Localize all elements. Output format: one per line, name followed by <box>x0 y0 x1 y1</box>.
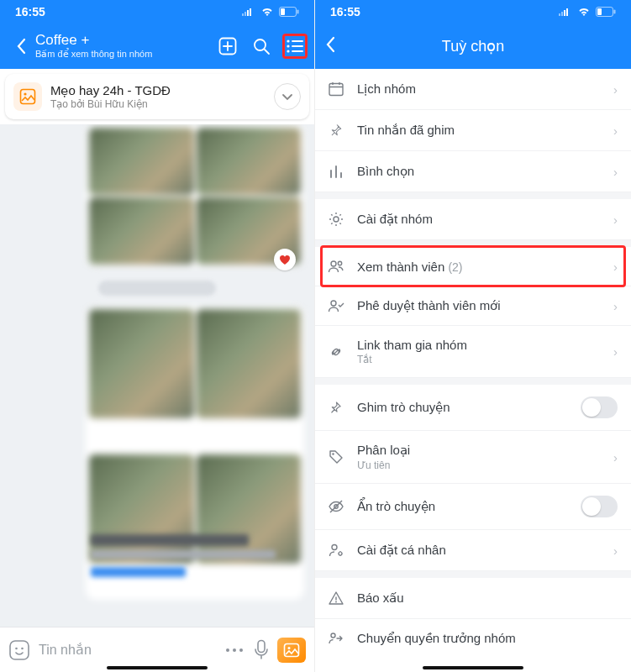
option-report[interactable]: Báo xấu <box>315 578 631 619</box>
option-join-link[interactable]: Link tham gia nhóm Tắt › <box>315 326 631 378</box>
gear-icon <box>327 211 345 228</box>
option-category[interactable]: Phân loại Ưu tiên › <box>315 431 631 484</box>
option-transfer-owner[interactable]: Chuyển quyền trưởng nhóm <box>315 619 631 658</box>
option-label: Tin nhắn đã ghim <box>357 123 602 138</box>
chevron-right-icon: › <box>613 450 618 465</box>
voice-button[interactable] <box>254 639 269 661</box>
svg-point-40 <box>331 633 335 638</box>
svg-point-19 <box>239 648 243 652</box>
option-label: Cài đặt nhóm <box>357 212 602 227</box>
chevron-right-icon: › <box>613 123 618 138</box>
toggle-pin-chat[interactable] <box>581 396 618 418</box>
option-hide-chat[interactable]: Ẩn trò chuyện <box>315 484 631 530</box>
sticker-button[interactable] <box>8 639 30 661</box>
option-label: Chuyển quyền trưởng nhóm <box>357 631 618 646</box>
option-group-settings[interactable]: Cài đặt nhóm › <box>315 199 631 240</box>
svg-point-35 <box>332 453 334 454</box>
svg-rect-26 <box>566 8 568 16</box>
chevron-right-icon: › <box>613 299 618 313</box>
svg-rect-23 <box>559 13 560 16</box>
section-divider <box>315 571 631 578</box>
chat-body[interactable] <box>0 124 314 627</box>
image-icon <box>13 82 42 111</box>
options-title: Tuỳ chọn <box>442 37 504 55</box>
back-button[interactable] <box>10 38 32 55</box>
message-image-grid[interactable] <box>86 124 304 267</box>
search-icon <box>252 37 271 55</box>
svg-point-38 <box>339 552 342 555</box>
svg-point-18 <box>233 648 236 652</box>
pin-icon <box>327 399 345 416</box>
calendar-icon <box>327 81 345 97</box>
options-header: Tuỳ chọn <box>315 24 631 69</box>
home-indicator[interactable] <box>423 666 523 669</box>
options-screen: 16:55 Tuỳ chọn Lịch nhóm › Tin nhắn đã g… <box>315 0 631 672</box>
ellipsis-icon <box>223 647 245 654</box>
svg-point-37 <box>332 545 337 550</box>
chat-header: Coffee + Bấm để xem thông tin nhóm <box>0 24 314 69</box>
wifi-icon <box>577 7 591 17</box>
add-button[interactable] <box>215 34 240 59</box>
pinned-subtitle: Tạo bởi Bùi Hữu Kiện <box>50 98 266 110</box>
poll-icon <box>327 163 345 180</box>
chevron-right-icon: › <box>613 82 618 97</box>
svg-point-9 <box>287 39 289 42</box>
option-personal-settings[interactable]: Cài đặt cá nhân › <box>315 530 631 571</box>
toggle-hide-chat[interactable] <box>581 496 618 517</box>
pinned-text: Mẹo hay 24h - TGDĐ Tạo bởi Bùi Hữu Kiện <box>50 83 266 110</box>
option-calendar[interactable]: Lịch nhóm › <box>315 69 631 110</box>
option-pinned-messages[interactable]: Tin nhắn đã ghim › <box>315 110 631 151</box>
section-divider <box>315 240 631 247</box>
message-input[interactable]: Tin nhắn <box>39 642 215 658</box>
option-label: Ghim trò chuyện <box>357 400 569 415</box>
svg-rect-24 <box>561 12 563 16</box>
list-icon <box>286 39 304 54</box>
back-button[interactable] <box>325 36 335 57</box>
option-pin-chat[interactable]: Ghim trò chuyện <box>315 385 631 431</box>
svg-rect-6 <box>297 10 299 14</box>
home-indicator[interactable] <box>107 666 208 669</box>
tag-icon <box>327 449 345 465</box>
status-time: 16:55 <box>330 5 360 18</box>
option-poll[interactable]: Bình chọn › <box>315 151 631 192</box>
svg-point-33 <box>338 261 341 265</box>
header-actions <box>215 34 308 59</box>
add-square-icon <box>218 37 237 55</box>
svg-point-17 <box>226 648 229 652</box>
svg-rect-12 <box>21 90 35 104</box>
more-button[interactable] <box>223 647 245 654</box>
option-approve-members[interactable]: Phê duyệt thành viên mới › <box>315 286 631 326</box>
chevron-left-icon <box>325 36 335 53</box>
search-button[interactable] <box>249 34 274 59</box>
chevron-right-icon: › <box>613 260 618 274</box>
section-divider <box>315 192 631 199</box>
chevron-right-icon: › <box>613 213 618 227</box>
option-members[interactable]: Xem thành viên (2) › <box>315 247 631 286</box>
options-list[interactable]: Lịch nhóm › Tin nhắn đã ghim › Bình chọn… <box>315 69 631 672</box>
option-label: Ẩn trò chuyện <box>357 499 569 514</box>
svg-rect-30 <box>329 84 343 96</box>
pinned-title: Mẹo hay 24h - TGDĐ <box>50 83 266 98</box>
svg-point-16 <box>21 647 24 649</box>
svg-point-31 <box>334 217 339 222</box>
section-divider <box>315 378 631 385</box>
svg-point-39 <box>335 601 337 603</box>
chat-subtitle: Bấm để xem thông tin nhóm <box>35 49 215 60</box>
mic-icon <box>254 639 269 661</box>
options-button[interactable] <box>282 34 308 59</box>
status-bar: 16:55 <box>0 0 314 24</box>
gallery-button[interactable] <box>277 638 306 663</box>
message-caption[interactable] <box>91 534 301 577</box>
option-label: Cài đặt cá nhân <box>357 543 602 558</box>
option-label: Phê duyệt thành viên mới <box>357 298 602 313</box>
chat-title-block[interactable]: Coffee + Bấm để xem thông tin nhóm <box>32 33 215 60</box>
warning-icon <box>327 590 345 606</box>
pinned-card[interactable]: Mẹo hay 24h - TGDĐ Tạo bởi Bùi Hữu Kiện <box>5 74 309 119</box>
expand-button[interactable] <box>274 83 301 110</box>
reaction-heart[interactable] <box>274 249 296 270</box>
svg-rect-5 <box>281 8 285 15</box>
svg-point-10 <box>287 45 289 47</box>
svg-rect-20 <box>258 640 265 652</box>
option-label: Lịch nhóm <box>357 81 602 97</box>
status-icons <box>559 7 616 17</box>
